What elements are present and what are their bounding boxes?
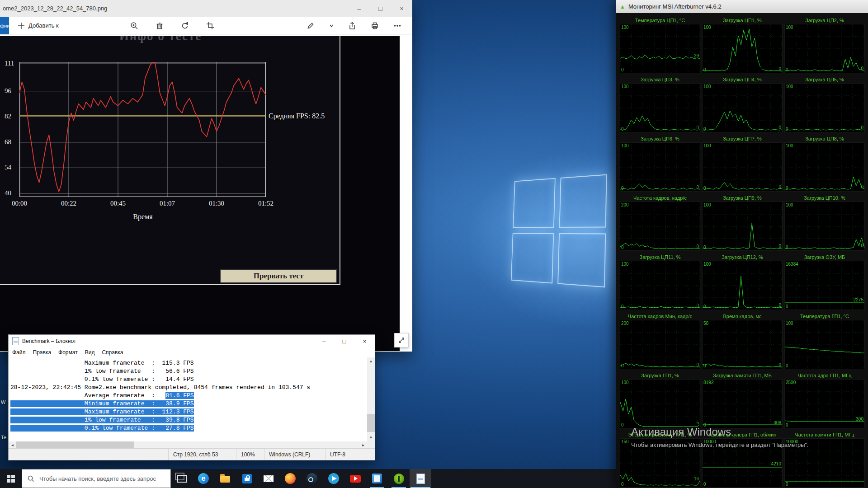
- y-tick-label: 54: [5, 164, 11, 171]
- monitor-panel-graph: 10000: [702, 142, 783, 192]
- store-icon: [242, 474, 252, 483]
- expand-button[interactable]: [394, 333, 409, 347]
- menu-view[interactable]: Вид: [81, 349, 99, 356]
- monitor-current-value: 0: [861, 66, 863, 71]
- notepad-titlebar[interactable]: Benchmark – Блокнот – □ ×: [9, 335, 375, 347]
- monitor-panel-graph: 5000: [702, 320, 783, 369]
- taskbar-app-afterburner[interactable]: [388, 469, 410, 488]
- maximize-button[interactable]: □: [370, 0, 391, 17]
- scroll-up-icon[interactable]: ▲: [367, 357, 375, 365]
- menu-format[interactable]: Формат: [55, 349, 81, 356]
- add-to-button[interactable]: Добавить к: [17, 22, 59, 30]
- taskbar-app-mail[interactable]: [258, 469, 279, 488]
- chevron-down-icon[interactable]: [329, 22, 334, 30]
- start-button[interactable]: [0, 469, 22, 488]
- monitor-panel-label: Загрузка ЦП5, %: [784, 76, 865, 83]
- print-icon[interactable]: [371, 22, 379, 30]
- delete-icon[interactable]: [156, 22, 164, 30]
- youtube-icon: [350, 475, 361, 483]
- monitor-panel: Загрузка ЦП2, %10000: [784, 17, 865, 74]
- benchmark-panel: Инфо о тесте Время Средняя FPS: 82.5 111…: [0, 36, 340, 285]
- taskbar-app-youtube[interactable]: [344, 469, 366, 488]
- edit-icon[interactable]: [307, 22, 315, 30]
- plus-icon: [17, 22, 25, 30]
- monitor-current-value: 0: [696, 185, 699, 190]
- vertical-scrollbar[interactable]: ▲ ▼: [367, 357, 375, 441]
- notepad-line: 0.1% low framerate : 14.4 FPS: [10, 375, 367, 384]
- monitor-panel-label: Время кадра, мс: [702, 313, 783, 320]
- monitor-panel-graph: 10005: [620, 379, 700, 428]
- notepad-icon: [12, 337, 19, 345]
- x-tick-label: 01:30: [203, 200, 230, 207]
- taskbar-app-store[interactable]: [236, 469, 258, 488]
- photos-titlebar[interactable]: ome2_2023_12_28_22_42_54_780.png – □ ×: [0, 0, 412, 17]
- crop-icon[interactable]: [206, 22, 214, 30]
- monitor-panel: Частота кадров Мин, кадр/с20000: [620, 313, 700, 370]
- taskbar-app-photos[interactable]: [366, 469, 388, 488]
- monitor-current-value: 0: [778, 184, 781, 189]
- task-view-button[interactable]: [171, 469, 193, 488]
- monitor-panel-label: Загрузка ЦП3, %: [620, 76, 700, 83]
- monitor-panel-graph: 10000: [702, 83, 783, 132]
- share-icon[interactable]: [348, 22, 356, 30]
- monitor-panel-graph: 1000: [784, 320, 865, 369]
- close-button[interactable]: ×: [391, 0, 412, 17]
- monitor-panel: Частота ядра ГП1, МГц25000300: [784, 372, 865, 429]
- afterburner-titlebar[interactable]: ▲ Мониторинг MSI Afterburner v4.6.2: [616, 0, 868, 13]
- windows-start-icon: [7, 475, 15, 483]
- monitor-panel-label: Загрузка ОЗУ, МБ: [784, 253, 865, 261]
- close-button[interactable]: ×: [354, 335, 375, 347]
- monitor-current-value: 0: [778, 125, 781, 130]
- monitor-panel: Частота памяти ГП1, МГц100000: [784, 431, 865, 488]
- minimize-button[interactable]: –: [314, 335, 334, 347]
- menu-edit[interactable]: Правка: [29, 349, 55, 356]
- y-tick-label: 96: [5, 87, 11, 95]
- monitor-current-value: 16: [694, 476, 699, 481]
- minimize-button[interactable]: –: [349, 0, 370, 17]
- photos-window-title: ome2_2023_12_28_22_42_54_780.png: [0, 5, 107, 12]
- taskbar-app-edge[interactable]: e: [193, 469, 214, 488]
- menu-file[interactable]: Файл: [9, 349, 29, 356]
- monitor-panel: Загрузка ЦП9, %10000: [702, 194, 783, 252]
- x-tick-label: 01:07: [154, 200, 181, 207]
- taskbar-app-telegram[interactable]: [323, 469, 344, 488]
- taskbar-app-steam[interactable]: [301, 469, 323, 488]
- notepad-icon: [416, 474, 425, 484]
- scroll-down-icon[interactable]: ▼: [367, 434, 375, 441]
- monitor-panel-label: Тахометр кулера ГП1, об/мин: [702, 431, 783, 438]
- more-icon[interactable]: [393, 22, 401, 30]
- monitor-panel: Температура ГП1, °C1000: [784, 313, 865, 370]
- notepad-text-area[interactable]: Maximum framerate : 115.3 FPS 1% low fra…: [9, 357, 367, 441]
- search-input[interactable]: [38, 475, 170, 483]
- taskbar-search[interactable]: [22, 469, 171, 488]
- maximize-button[interactable]: □: [334, 335, 354, 347]
- vertical-scroll-thumb[interactable]: [367, 414, 375, 432]
- taskbar-app-file-explorer[interactable]: [214, 469, 236, 488]
- monitor-current-value: 0: [861, 243, 863, 248]
- y-tick-label: 82: [5, 113, 11, 120]
- monitor-panel-label: Частота ядра ГП1, МГц: [784, 372, 865, 379]
- steam-icon: [307, 473, 317, 484]
- zoom-icon[interactable]: [130, 22, 138, 30]
- search-icon: [28, 475, 34, 482]
- monitor-panel-graph: 10000: [784, 24, 865, 73]
- rotate-icon[interactable]: [181, 22, 189, 30]
- photos-tab-fragment[interactable]: фии: [0, 17, 9, 34]
- menu-help[interactable]: Справка: [98, 349, 127, 356]
- notepad-title: Benchmark – Блокнот: [22, 338, 76, 344]
- taskbar-app-notepad[interactable]: [410, 469, 431, 488]
- notepad-line: 1% low framerate : 39.8 FPS: [10, 416, 367, 424]
- monitor-panel-graph: 20000: [620, 320, 700, 369]
- monitor-panel-label: Загрузка ЦП9, %: [702, 194, 783, 202]
- file-explorer-icon: [220, 476, 230, 483]
- monitor-panel-graph: 1000004210: [702, 438, 783, 488]
- abort-test-button: Прервать тест: [220, 269, 337, 283]
- monitor-current-value: 29: [694, 53, 699, 58]
- monitor-panel: Загрузка ЦП3, %10000: [620, 76, 700, 133]
- y-tick-label: 40: [5, 189, 11, 197]
- monitor-panel-label: Загрузка ЦП7, %: [702, 135, 783, 142]
- monitor-panel-label: Загрузка ЦП6, %: [620, 135, 700, 142]
- resize-grip[interactable]: [365, 449, 375, 460]
- taskbar-app-firefox[interactable]: [279, 469, 301, 488]
- monitor-panel-label: Загрузка ЦП8, %: [784, 135, 865, 142]
